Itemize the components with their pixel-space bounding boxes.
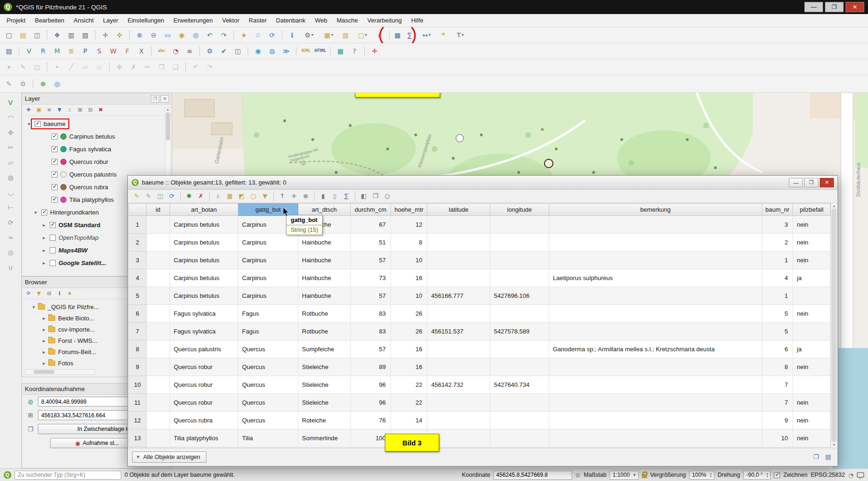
crs-label[interactable]: EPSG:25832 bbox=[811, 472, 845, 478]
save-project-icon[interactable]: ◫ bbox=[31, 29, 43, 41]
kml-tools-icon[interactable]: KML bbox=[300, 45, 312, 57]
cell-durchm-cm[interactable]: 83 bbox=[351, 305, 391, 323]
show-bookmarks-icon[interactable]: ☆ bbox=[252, 29, 264, 41]
cell-art-botan[interactable]: Quercus palustris bbox=[170, 340, 238, 358]
add-feature-icon[interactable]: ✱ bbox=[184, 191, 194, 201]
table-row[interactable]: 12 Quercus rubra Quercus Roteiche 76 14 … bbox=[129, 412, 831, 429]
expander-icon[interactable]: ▸ bbox=[41, 338, 47, 343]
refresh-map-icon[interactable]: ⟳ bbox=[266, 29, 278, 41]
table-row[interactable]: 4 Carpinus betulus Carpinus Hainbuche 73… bbox=[129, 269, 831, 287]
cell-durchm-cm[interactable]: 57 bbox=[351, 340, 391, 358]
cell-latitude[interactable] bbox=[427, 269, 490, 287]
cell-id[interactable] bbox=[147, 340, 170, 358]
spinner-icon[interactable]: ▴▾ bbox=[766, 472, 768, 478]
cell-latitude[interactable] bbox=[427, 394, 490, 412]
layer-panel-header[interactable]: Layer ❐✕ bbox=[22, 93, 172, 104]
bemerkung[interactable]: bemerkung bbox=[549, 204, 762, 216]
processing-history-icon[interactable]: ⚙ bbox=[17, 78, 29, 90]
cell-art-dtsch[interactable]: Rotbuche bbox=[298, 323, 351, 340]
menu-item[interactable]: Bearbeiten bbox=[30, 15, 69, 26]
cell-art-botan[interactable]: Fagus sylvatica bbox=[170, 323, 238, 340]
scale-combo[interactable]: 1:1000 ▾ bbox=[610, 471, 638, 480]
filter-browser-icon[interactable]: ▼ bbox=[34, 289, 44, 298]
cell-hoehe-mtr[interactable]: 16 bbox=[391, 358, 427, 376]
filter-select-icon[interactable]: ▼ bbox=[260, 191, 270, 201]
table-row[interactable]: 2 Carpinus betulus Carpinus Hainbuche 51… bbox=[129, 234, 831, 252]
expander-icon[interactable]: ▸ bbox=[41, 235, 47, 240]
add-line-feature-icon[interactable]: ╱ bbox=[65, 61, 77, 73]
cell-art-botan[interactable]: Quercus robur bbox=[170, 394, 238, 412]
osm-place-search-icon[interactable]: ◎ bbox=[51, 78, 63, 90]
expander-icon[interactable]: ▾ bbox=[26, 121, 32, 126]
cell-longitude[interactable] bbox=[490, 234, 549, 252]
cell-id[interactable] bbox=[147, 323, 170, 340]
expander-icon[interactable]: ▸ bbox=[41, 222, 47, 228]
cell-art-dtsch[interactable]: Sommerlinde bbox=[298, 429, 351, 447]
cell-baum-nr[interactable]: 2 bbox=[762, 234, 793, 252]
cell-gattg-bot[interactable]: Quercus bbox=[238, 394, 298, 412]
expander-icon[interactable]: ▸ bbox=[41, 327, 47, 332]
zoom-last-icon[interactable]: ↶ bbox=[204, 29, 216, 41]
cell-longitude[interactable]: 5427696.106 bbox=[490, 287, 549, 305]
circular-digitize-icon[interactable]: ◠ bbox=[5, 111, 17, 124]
locator-icon[interactable]: Q bbox=[4, 471, 11, 479]
trim-extend-icon[interactable]: ⊢ bbox=[5, 201, 17, 214]
invert-selection-icon[interactable]: ◩ bbox=[236, 191, 247, 201]
menu-item[interactable]: Raster bbox=[244, 15, 271, 26]
pan-to-selection-icon[interactable]: ✜ bbox=[113, 29, 125, 41]
layer-tree-item[interactable]: ▾ baeume bbox=[22, 118, 172, 130]
menu-item[interactable]: Ansicht bbox=[69, 15, 98, 26]
cell-longitude[interactable] bbox=[490, 358, 549, 376]
help-icon[interactable]: ? bbox=[348, 45, 360, 57]
advanced-digitizing-icon[interactable]: ✎ bbox=[3, 78, 15, 90]
cell-durchm-cm[interactable]: 73 bbox=[351, 269, 391, 287]
save-edits-icon[interactable]: ◫ bbox=[31, 61, 43, 73]
scroll-down-icon[interactable]: ▼ bbox=[832, 443, 836, 446]
durchm_cm[interactable]: durchm_cm bbox=[351, 204, 391, 216]
cell-gattg-bot[interactable]: Quercus bbox=[238, 340, 298, 358]
row-number[interactable]: 1 bbox=[129, 216, 147, 234]
dialog-minimize-button[interactable]: — bbox=[789, 178, 803, 187]
scroll-up-icon[interactable]: ▲ bbox=[832, 204, 836, 207]
python-console-icon[interactable]: ≫ bbox=[280, 45, 292, 57]
zoom-next-icon[interactable]: ↷ bbox=[218, 29, 230, 41]
row-number[interactable]: 13 bbox=[129, 429, 147, 447]
visibility-checkbox[interactable] bbox=[51, 197, 58, 203]
cell-bemerkung[interactable]: Laetiporus sulphureus bbox=[549, 269, 762, 287]
delete-field-icon[interactable]: ▯ bbox=[330, 191, 340, 201]
cell-latitude[interactable]: 456151.537 bbox=[427, 323, 490, 340]
cell-durchm-cm[interactable]: 57 bbox=[351, 252, 391, 269]
conditional-formatting-panel-icon[interactable]: ▤ bbox=[823, 452, 833, 462]
cell-hoehe-mtr[interactable]: 8 bbox=[391, 234, 427, 252]
row-number[interactable]: 8 bbox=[129, 340, 147, 358]
cell-pilzbefall[interactable]: nein bbox=[793, 394, 831, 412]
cell-baum-nr[interactable]: 7 bbox=[762, 394, 793, 412]
new-project-icon[interactable]: ▢ bbox=[3, 29, 15, 41]
cell-latitude[interactable] bbox=[427, 340, 490, 358]
cell-durchm-cm[interactable]: 51 bbox=[351, 234, 391, 252]
quercus-palustris-feature[interactable] bbox=[544, 159, 553, 168]
select-by-expression-icon[interactable]: ε bbox=[213, 191, 223, 201]
cell-art-dtsch[interactable]: Stieleiche bbox=[298, 376, 351, 394]
metasearch-icon[interactable]: ◍ bbox=[266, 45, 278, 57]
spinner-icon[interactable]: ▴▾ bbox=[710, 472, 712, 478]
layer-tree-item[interactable]: Carpinus betulus bbox=[22, 130, 172, 143]
message-log-icon[interactable] bbox=[857, 472, 864, 478]
cell-pilzbefall[interactable] bbox=[793, 287, 831, 305]
split-features-icon[interactable]: ✂ bbox=[5, 141, 17, 154]
visibility-checkbox[interactable] bbox=[35, 121, 41, 127]
menu-item[interactable]: Verarbeitung bbox=[363, 15, 407, 26]
cell-id[interactable] bbox=[147, 269, 170, 287]
magnifier-spinbox[interactable]: 100% ▴▾ bbox=[689, 471, 714, 480]
open-project-icon[interactable]: ▤ bbox=[17, 29, 29, 41]
add-raster-layer-icon[interactable]: R bbox=[37, 45, 49, 57]
cut-features-icon[interactable]: ✂ bbox=[141, 61, 154, 73]
scrollbar-thumb[interactable] bbox=[166, 112, 170, 141]
cell-baum-nr[interactable]: 1 bbox=[762, 287, 793, 305]
table-row[interactable]: 7 Fagus sylvatica Fagus Rotbuche 83 26 4… bbox=[129, 323, 831, 340]
web-globe-icon[interactable]: ◉ bbox=[252, 45, 264, 57]
minimize-button[interactable]: — bbox=[804, 2, 823, 12]
cell-durchm-cm[interactable]: 89 bbox=[351, 358, 391, 376]
cell-art-botan[interactable]: Tilia platyphyllos bbox=[170, 429, 238, 447]
cell-bemerkung[interactable] bbox=[549, 394, 762, 412]
